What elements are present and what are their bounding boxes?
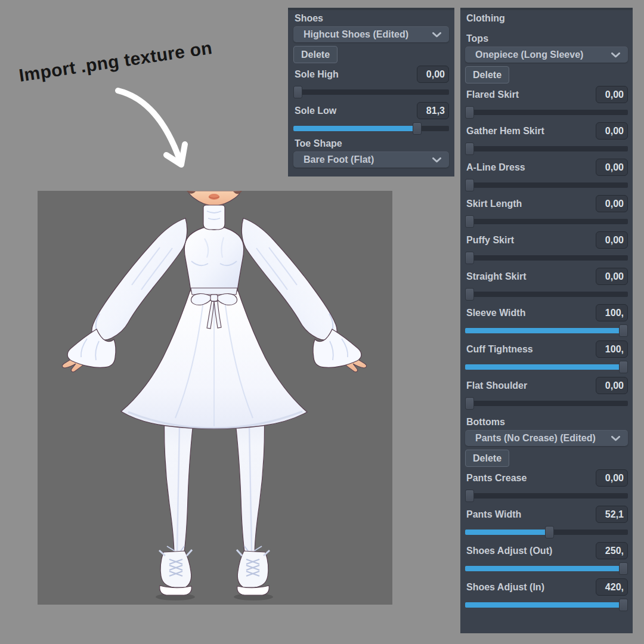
slider-handle[interactable] bbox=[293, 86, 302, 98]
slider-fill bbox=[465, 530, 550, 535]
shoes-param-list: Sole High0,00Sole Low81,3 bbox=[293, 66, 449, 135]
param-row-puffy-skirt: Puffy Skirt0,00 bbox=[465, 231, 628, 264]
slider-handle[interactable] bbox=[413, 122, 422, 135]
param-value-box[interactable]: 0,00 bbox=[596, 122, 628, 140]
param-value-box[interactable]: 250, bbox=[596, 542, 628, 559]
tops-preset-dropdown[interactable]: Onepiece (Long Sleeve) bbox=[465, 47, 628, 63]
param-value-box[interactable]: 0,00 bbox=[596, 231, 628, 249]
slider-handle[interactable] bbox=[619, 361, 628, 373]
param-head: Gather Hem Skirt0,00 bbox=[465, 122, 628, 140]
slider-track bbox=[465, 255, 628, 261]
param-value-box[interactable]: 420, bbox=[596, 578, 628, 596]
slider-handle[interactable] bbox=[545, 526, 554, 538]
collar bbox=[203, 205, 225, 230]
slider-fill bbox=[465, 566, 628, 571]
param-slider[interactable] bbox=[465, 324, 628, 337]
tops-param-list: Flared Skirt0,00Gather Hem Skirt0,00A-Li… bbox=[465, 86, 628, 410]
param-row-gather-hem-skirt: Gather Hem Skirt0,00 bbox=[465, 122, 628, 155]
param-slider[interactable] bbox=[465, 179, 628, 191]
screenshot-root: Import .png texture on bbox=[0, 0, 644, 644]
param-row-shoes-adjust-in: Shoes Adjust (In)420, bbox=[465, 578, 628, 611]
delete-button[interactable]: Delete bbox=[465, 66, 509, 83]
param-label: Pants Width bbox=[465, 509, 521, 520]
param-row-sole-low: Sole Low81,3 bbox=[293, 102, 449, 135]
param-value-box[interactable]: 0,00 bbox=[596, 86, 628, 103]
param-value-box[interactable]: 81,3 bbox=[417, 102, 449, 119]
param-head: Puffy Skirt0,00 bbox=[465, 231, 628, 249]
slider-handle[interactable] bbox=[465, 106, 474, 119]
lips bbox=[209, 194, 219, 200]
param-value-box[interactable]: 52,1 bbox=[596, 506, 628, 523]
slider-fill bbox=[465, 602, 628, 608]
param-row-sleeve-width: Sleeve Width100, bbox=[465, 304, 628, 337]
slider-track bbox=[465, 182, 628, 188]
param-slider[interactable] bbox=[465, 143, 628, 155]
param-value-box[interactable]: 100, bbox=[596, 304, 628, 321]
param-row-straight-skirt: Straight Skirt0,00 bbox=[465, 268, 628, 301]
param-value-box[interactable]: 0,00 bbox=[596, 195, 628, 212]
param-value-box[interactable]: 0,00 bbox=[596, 268, 628, 285]
bottoms-label: Bottoms bbox=[466, 417, 628, 428]
param-row-flat-shoulder: Flat Shoulder0,00 bbox=[465, 377, 628, 410]
param-label: Sole Low bbox=[293, 106, 336, 116]
delete-button[interactable]: Delete bbox=[465, 450, 509, 467]
shoes-preset-dropdown[interactable]: Highcut Shoes (Edited) bbox=[293, 26, 449, 42]
param-label: Skirt Length bbox=[465, 199, 522, 209]
delete-button[interactable]: Delete bbox=[293, 46, 338, 63]
param-slider[interactable] bbox=[465, 288, 628, 301]
slider-track bbox=[465, 328, 628, 333]
chevron-down-icon bbox=[611, 52, 620, 58]
param-label: Straight Skirt bbox=[465, 271, 526, 282]
param-slider[interactable] bbox=[293, 122, 449, 135]
dropdown-value: Pants (No Crease) (Edited) bbox=[475, 433, 596, 444]
param-slider[interactable] bbox=[465, 252, 628, 264]
bottoms-param-list: Pants Crease0,00Pants Width52,1Shoes Adj… bbox=[465, 469, 628, 611]
slider-handle[interactable] bbox=[465, 143, 474, 155]
slider-handle[interactable] bbox=[465, 288, 474, 301]
slider-handle[interactable] bbox=[619, 599, 628, 611]
param-slider[interactable] bbox=[465, 526, 628, 538]
slider-handle[interactable] bbox=[465, 252, 474, 264]
slider-track bbox=[465, 401, 628, 406]
param-row-flared-skirt: Flared Skirt0,00 bbox=[465, 86, 628, 119]
param-value-box[interactable]: 100, bbox=[596, 340, 628, 358]
shoes-panel-title: Shoes bbox=[295, 13, 449, 24]
param-value-box[interactable]: 0,00 bbox=[596, 159, 628, 176]
param-label: Shoes Adjust (In) bbox=[465, 582, 544, 593]
param-head: Skirt Length0,00 bbox=[465, 195, 628, 212]
slider-handle[interactable] bbox=[619, 324, 628, 337]
chevron-down-icon bbox=[432, 157, 441, 163]
param-slider[interactable] bbox=[293, 86, 449, 98]
slider-track bbox=[465, 566, 628, 571]
param-value-box[interactable]: 0,00 bbox=[596, 469, 628, 487]
slider-track bbox=[465, 146, 628, 151]
param-head: Sole Low81,3 bbox=[293, 102, 449, 119]
param-slider[interactable] bbox=[465, 397, 628, 410]
slider-handle[interactable] bbox=[465, 179, 474, 191]
character-viewport[interactable] bbox=[38, 191, 392, 605]
slider-handle[interactable] bbox=[619, 562, 628, 575]
param-slider[interactable] bbox=[465, 106, 628, 119]
param-value-box[interactable]: 0,00 bbox=[417, 66, 449, 83]
clothing-panel: Clothing Tops Onepiece (Long Sleeve) Del… bbox=[460, 8, 633, 633]
slider-handle[interactable] bbox=[465, 490, 474, 502]
toe-shape-dropdown[interactable]: Bare Foot (Flat) bbox=[293, 151, 449, 168]
slider-handle[interactable] bbox=[465, 215, 474, 228]
param-slider[interactable] bbox=[465, 215, 628, 228]
param-head: Pants Crease0,00 bbox=[465, 469, 628, 487]
param-slider[interactable] bbox=[465, 599, 628, 611]
bottoms-preset-dropdown[interactable]: Pants (No Crease) (Edited) bbox=[465, 430, 628, 446]
param-slider[interactable] bbox=[465, 361, 628, 373]
param-slider[interactable] bbox=[465, 490, 628, 502]
slider-track bbox=[465, 602, 628, 608]
param-label: Gather Hem Skirt bbox=[465, 126, 544, 137]
slider-handle[interactable] bbox=[465, 397, 474, 410]
chevron-down-icon bbox=[611, 436, 620, 441]
param-slider[interactable] bbox=[465, 562, 628, 575]
param-label: Flat Shoulder bbox=[465, 380, 527, 391]
param-head: Straight Skirt0,00 bbox=[465, 268, 628, 285]
dress-bodice bbox=[184, 227, 244, 291]
param-label: A-Line Dress bbox=[465, 162, 525, 173]
param-value-box[interactable]: 0,00 bbox=[596, 377, 628, 394]
param-head: Flared Skirt0,00 bbox=[465, 86, 628, 103]
